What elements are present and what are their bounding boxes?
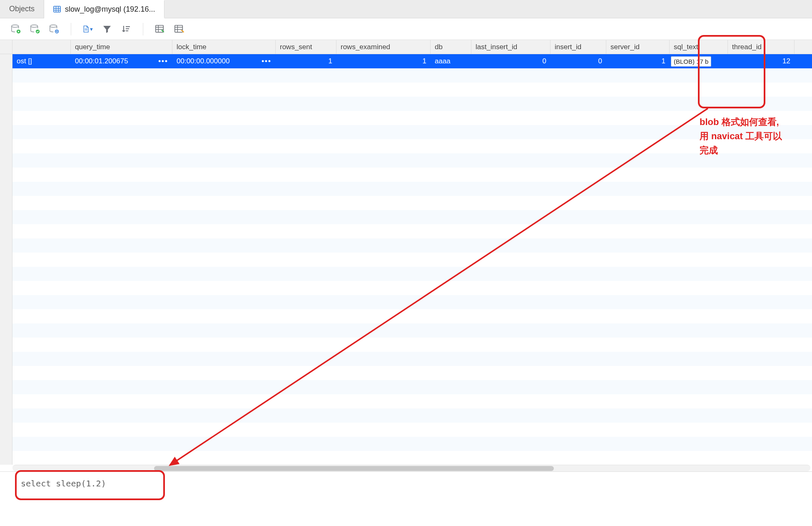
export-button[interactable] [173, 23, 185, 35]
tab-objects[interactable]: Objects [0, 0, 44, 18]
ellipsis-icon[interactable]: ••• [262, 57, 271, 65]
db-refresh-button[interactable] [48, 23, 60, 35]
cell-user-host[interactable]: ost [] [12, 54, 71, 68]
filter-button[interactable] [101, 23, 113, 35]
gutter-header [0, 40, 12, 54]
cell-rows-sent[interactable]: 1 [276, 54, 336, 68]
col-header-thread-id[interactable]: thread_id [728, 40, 795, 54]
tab-strip: Objects slow_log@mysql (192.16... [0, 0, 812, 18]
tab-slow-log-label: slow_log@mysql (192.16... [65, 5, 155, 14]
sort-button[interactable] [120, 23, 132, 35]
scrollbar-thumb[interactable] [154, 466, 554, 471]
col-header-insert-id[interactable]: insert_id [550, 40, 606, 54]
col-header-server-id[interactable]: server_id [606, 40, 670, 54]
db-ok-button[interactable] [29, 23, 41, 35]
toolbar-divider-2 [143, 23, 143, 35]
grid-background [12, 54, 812, 465]
svg-rect-0 [54, 6, 60, 12]
col-header-rows-examined[interactable]: rows_examined [336, 40, 431, 54]
data-grid: query_time lock_time rows_sent rows_exam… [0, 40, 812, 471]
col-header-last-insert-id[interactable]: last_insert_id [471, 40, 550, 54]
cell-db[interactable]: aaaa [431, 54, 471, 68]
blob-viewer-panel: select sleep(1.2) [0, 471, 812, 526]
col-header-db[interactable]: db [431, 40, 471, 54]
dropdown-caret-icon: ▼ [89, 27, 94, 32]
table-icon [53, 5, 61, 13]
svg-point-5 [12, 25, 19, 27]
cell-insert-id[interactable]: 0 [550, 54, 606, 68]
tab-slow-log[interactable]: slow_log@mysql (192.16... [44, 0, 164, 18]
cell-server-id[interactable]: 1 [606, 54, 670, 68]
toolbar-divider [71, 23, 71, 35]
svg-point-9 [50, 25, 57, 27]
col-header-rows-sent[interactable]: rows_sent [276, 40, 336, 54]
table-row[interactable]: I ost [] 00:00:01.200675 ••• 00:00:00.00… [0, 54, 812, 68]
cell-sql-text[interactable]: (BLOB) 17 b [670, 54, 728, 68]
toolbar: ▼ [0, 18, 812, 40]
col-header-user-host[interactable] [12, 40, 71, 54]
svg-point-7 [31, 25, 38, 27]
svg-rect-20 [175, 25, 182, 32]
grid-header: query_time lock_time rows_sent rows_exam… [0, 40, 812, 54]
document-button[interactable]: ▼ [82, 23, 94, 35]
col-header-sql-text[interactable]: sql_text [670, 40, 728, 54]
blob-badge: (BLOB) 17 b [671, 56, 711, 67]
import-button[interactable] [154, 23, 166, 35]
cell-query-time[interactable]: 00:00:01.200675 ••• [71, 54, 172, 68]
ellipsis-icon[interactable]: ••• [158, 57, 168, 65]
db-start-button[interactable] [10, 23, 22, 35]
cell-lock-time[interactable]: 00:00:00.000000 ••• [172, 54, 276, 68]
cell-rows-examined[interactable]: 1 [336, 54, 431, 68]
col-header-query-time[interactable]: query_time [71, 40, 172, 54]
horizontal-scrollbar[interactable] [12, 465, 810, 471]
svg-point-10 [55, 29, 59, 33]
col-header-lock-time[interactable]: lock_time [172, 40, 276, 54]
tab-objects-label: Objects [9, 5, 35, 13]
grid-gutter [0, 54, 12, 465]
grid-body: I ost [] 00:00:01.200675 ••• 00:00:00.00… [0, 54, 812, 465]
cell-last-insert-id[interactable]: 0 [471, 54, 550, 68]
cell-thread-id[interactable]: 12 [728, 54, 795, 68]
blob-content-text[interactable]: select sleep(1.2) [21, 478, 106, 488]
